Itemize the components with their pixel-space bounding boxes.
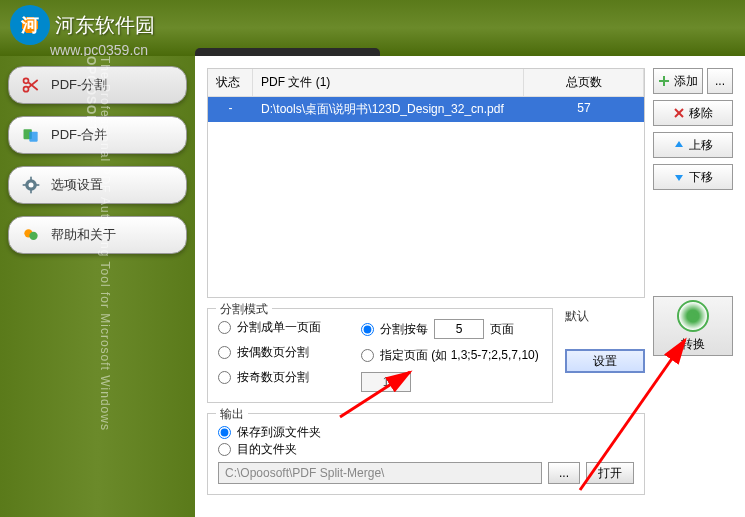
merge-icon [19,123,43,147]
remove-button[interactable]: 移除 [653,100,733,126]
radio-specify-label: 指定页面 (如 1,3;5-7;2,5,7,10) [380,347,539,364]
cell-pages: 57 [524,97,644,122]
output-open-button[interactable]: 打开 [586,462,634,484]
col-status[interactable]: 状态 [208,69,253,96]
radio-target-folder[interactable]: 目的文件夹 [218,441,634,458]
file-list-table: 状态 PDF 文件 (1) 总页数 - D:\tools\桌面\说明书\123D… [207,68,645,298]
watermark-logo-icon: 河 [10,5,50,45]
table-header: 状态 PDF 文件 (1) 总页数 [208,69,644,97]
split-mode-fieldset: 分割模式 分割成单一页面 按偶数页分割 [207,308,553,403]
svg-rect-10 [23,184,26,186]
radio-specify-pages-input[interactable] [361,349,374,362]
brand-tagline: The Professional PDF Authoring Tool for … [84,56,112,497]
col-pages[interactable]: 总页数 [524,69,644,96]
svg-rect-15 [659,80,669,82]
radio-save-source[interactable]: 保存到源文件夹 [218,424,634,441]
default-section: 默认 设置 [565,308,645,403]
svg-marker-18 [675,141,683,147]
radio-target-folder-input[interactable] [218,443,231,456]
radio-even-pages[interactable]: 按偶数页分割 [218,344,321,361]
movedown-button[interactable]: 下移 [653,164,733,190]
content-area: 状态 PDF 文件 (1) 总页数 - D:\tools\桌面\说明书\123D… [207,68,645,505]
svg-marker-19 [675,175,683,181]
arrow-up-icon [673,139,685,151]
radio-save-source-input[interactable] [218,426,231,439]
help-icon [19,223,43,247]
radio-single-input[interactable] [218,321,231,334]
moveup-button[interactable]: 上移 [653,132,733,158]
split-every-value[interactable] [434,319,484,339]
play-icon [677,300,709,332]
svg-marker-20 [690,311,698,321]
cell-status: - [208,97,253,122]
watermark-name: 河东软件园 [55,12,155,39]
output-path-input [218,462,542,484]
arrow-down-icon [673,171,685,183]
settings-button[interactable]: 设置 [565,349,645,373]
split-mode-title: 分割模式 [216,301,272,318]
radio-split-every-label: 分割按每 [380,321,428,338]
plus-icon [658,75,670,87]
main-container: PDF-分割 PDF-合并 选项设置 帮助和关于 The Professiona… [0,56,745,517]
gear-icon [19,173,43,197]
svg-rect-8 [30,177,32,180]
svg-rect-9 [30,190,32,193]
radio-split-every-input[interactable] [361,323,374,336]
svg-point-0 [24,78,29,83]
scissors-icon [19,73,43,97]
header-tab [195,48,380,56]
output-browse-button[interactable]: ... [548,462,580,484]
svg-rect-11 [36,184,39,186]
cell-file: D:\tools\桌面\说明书\123D_Design_32_cn.pdf [253,97,524,122]
pages-unit-label: 页面 [490,321,514,338]
table-row[interactable]: - D:\tools\桌面\说明书\123D_Design_32_cn.pdf … [208,97,644,122]
svg-point-1 [24,87,29,92]
radio-single-page[interactable]: 分割成单一页面 [218,319,321,336]
col-file[interactable]: PDF 文件 (1) [253,69,524,96]
radio-odd-pages[interactable]: 按奇数页分割 [218,369,321,386]
actions-panel: 添加 ... 移除 上移 下移 转换 [653,68,733,505]
radio-odd-input[interactable] [218,371,231,384]
remove-icon [673,107,685,119]
svg-point-13 [29,232,37,240]
radio-even-input[interactable] [218,346,231,359]
add-button[interactable]: 添加 [653,68,703,94]
main-content: 状态 PDF 文件 (1) 总页数 - D:\tools\桌面\说明书\123D… [195,56,745,517]
output-title: 输出 [216,406,248,423]
convert-button[interactable]: 转换 [653,296,733,356]
svg-rect-5 [29,132,37,142]
sidebar: PDF-分割 PDF-合并 选项设置 帮助和关于 The Professiona… [0,56,195,517]
default-label: 默认 [565,308,645,325]
add-browse-button[interactable]: ... [707,68,733,94]
svg-point-7 [29,183,34,188]
output-fieldset: 输出 保存到源文件夹 目的文件夹 ... 打开 [207,413,645,495]
specify-pages-value [361,372,411,392]
app-header: 河 河东软件园 www.pc0359.cn [0,0,745,56]
watermark: 河 河东软件园 [10,5,155,45]
